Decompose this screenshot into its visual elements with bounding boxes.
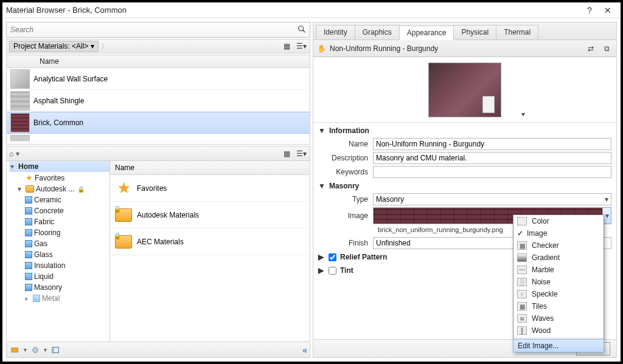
tree-cat[interactable]: ▸Metal (24, 293, 110, 304)
lock-icon: 🔒 (113, 205, 122, 213)
lock-icon: 🔒 (77, 186, 85, 193)
tree-favorites[interactable]: ★Favorites (16, 172, 110, 184)
menu-item-marble[interactable]: 〰Marble (513, 264, 604, 276)
tree-autodesk[interactable]: ▾Autodesk ...🔒 (16, 184, 110, 194)
tab-physical[interactable]: Physical (453, 25, 496, 39)
asset-preview: ▾ (313, 57, 616, 123)
library-toolbar: ⌂ ▾ ▦ ☰▾ (7, 146, 310, 161)
relief-checkbox[interactable] (329, 253, 336, 261)
folder-icon: 🔒 (115, 235, 132, 249)
section-information: ▼Information NameNon-Uniform Running - B… (318, 125, 611, 178)
project-materials-list: Name Analytical Wall Surface Asphalt Shi… (6, 55, 310, 145)
tree-cat[interactable]: Concrete (24, 205, 110, 216)
menu-item-tiles[interactable]: ▦Tiles (513, 300, 604, 312)
view-list-icon[interactable]: ☰▾ (295, 41, 307, 52)
material-name: Brick, Common (33, 118, 83, 127)
replace-asset-icon[interactable]: ⇄ (585, 43, 597, 54)
library-item-favorites[interactable]: ★ Favorites (110, 175, 310, 202)
speckle-icon: ⁘ (517, 290, 527, 298)
keywords-field[interactable] (373, 166, 611, 178)
menu-item-speckle[interactable]: ⁘Speckle (513, 288, 604, 300)
tree-cat[interactable]: Fabric (24, 216, 110, 227)
duplicate-asset-icon[interactable]: ⧉ (600, 43, 613, 54)
menu-item-checker[interactable]: ▩Checker (513, 239, 604, 252)
home-icon[interactable]: ⌂ (9, 149, 13, 158)
view-list-icon[interactable]: ☰▾ (295, 148, 307, 159)
menu-item-image[interactable]: Image (513, 227, 604, 239)
new-material-icon[interactable] (29, 345, 41, 355)
chevron-down-icon[interactable]: ▾ (44, 346, 47, 353)
gradient-icon (517, 253, 527, 262)
description-field[interactable]: Masonry and CMU material. (373, 152, 611, 164)
scope-dropdown[interactable]: Project Materials: <All> ▾ (9, 41, 99, 52)
menu-item-color[interactable]: Color (513, 215, 604, 227)
show-panel-icon[interactable] (49, 345, 61, 355)
help-button[interactable]: ? (580, 5, 599, 15)
tab-thermal[interactable]: Thermal (496, 25, 538, 39)
folder-icon: 🔒 (115, 208, 132, 222)
expand-icon: ▶ (318, 253, 324, 261)
search-input[interactable] (10, 26, 295, 34)
tree-cat[interactable]: Ceramic (24, 194, 110, 205)
library-header: Name (110, 161, 310, 175)
category-icon (25, 273, 32, 280)
collapse-icon[interactable]: « (302, 345, 307, 355)
preview-menu-icon[interactable]: ▾ (521, 110, 525, 118)
library-list: Name ★ Favorites 🔒 Autodesk Materials 🔒 … (110, 161, 310, 342)
library-bottom-toolbar: ▾ ▾ « (7, 342, 310, 357)
name-label: Name (318, 140, 373, 148)
tint-checkbox[interactable] (329, 267, 336, 275)
library-item-aec[interactable]: 🔒 AEC Materials (110, 228, 310, 255)
menu-item-edit-image[interactable]: Edit Image... (513, 339, 604, 352)
keywords-label: Keywords (318, 168, 373, 176)
name-field[interactable]: Non-Uniform Running - Burgundy (373, 138, 611, 150)
material-row-selected[interactable]: Brick, Common (7, 112, 310, 134)
checker-icon: ▩ (517, 241, 527, 250)
wood-icon: ║ (517, 326, 527, 335)
menu-item-wood[interactable]: ║Wood (513, 325, 604, 337)
material-row[interactable] (7, 134, 310, 142)
section-header[interactable]: ▼Information (318, 125, 611, 136)
tree-home[interactable]: ▾Home (9, 161, 110, 172)
type-dropdown[interactable]: Masonry▾ (373, 193, 611, 205)
section-header[interactable]: ▼Masonry (318, 180, 611, 191)
star-icon: ★ (115, 180, 132, 197)
library-item-autodesk[interactable]: 🔒 Autodesk Materials (110, 202, 310, 228)
material-swatch (10, 113, 30, 132)
tab-appearance[interactable]: Appearance (399, 26, 454, 40)
tree-cat[interactable]: Masonry (24, 282, 110, 293)
chevron-down-icon[interactable]: ▾ (24, 346, 27, 353)
view-grid-icon[interactable]: ▦ (280, 41, 293, 52)
chevron-down-icon[interactable]: ▾ (16, 149, 19, 158)
tree-cat[interactable]: Liquid (24, 271, 110, 282)
type-label: Type (318, 195, 373, 204)
menu-separator (513, 338, 604, 338)
material-row[interactable]: Analytical Wall Surface (7, 68, 310, 90)
menu-item-noise[interactable]: ░Noise (513, 276, 604, 288)
tab-identity[interactable]: Identity (316, 25, 355, 39)
hand-icon: ✋ (317, 44, 326, 53)
chevron-down-icon: ▾ (91, 42, 94, 50)
waves-icon: ≋ (517, 314, 527, 323)
close-button[interactable]: ✕ (599, 5, 617, 15)
scope-label: Project Materials: <All> (13, 42, 88, 50)
material-row[interactable]: Asphalt Shingle (7, 90, 310, 112)
menu-item-waves[interactable]: ≋Waves (513, 312, 604, 325)
tree-cat[interactable]: Glass (24, 249, 110, 260)
open-library-icon[interactable] (9, 345, 21, 355)
titlebar: Material Browser - Brick, Common ? ✕ (2, 2, 621, 18)
view-grid-icon[interactable]: ▦ (280, 148, 293, 159)
finish-label: Finish (318, 239, 373, 247)
tab-graphics[interactable]: Graphics (355, 25, 400, 39)
material-swatch (10, 91, 30, 111)
image-source-dropdown[interactable]: ▾ (603, 207, 611, 224)
menu-item-gradient[interactable]: Gradient (513, 252, 604, 264)
image-label: Image (318, 211, 373, 220)
svg-point-0 (299, 26, 304, 30)
tree-cat[interactable]: Gas (24, 238, 110, 249)
library-tree[interactable]: ▾Home ★Favorites ▾Autodesk ...🔒 Ceramic … (7, 161, 110, 342)
tree-cat[interactable]: Flooring (24, 227, 110, 238)
tree-cat[interactable]: Insulation (24, 260, 110, 271)
scope-toolbar: Project Materials: <All> ▾ 〉 ▦ ☰▾ (6, 39, 310, 53)
search-box[interactable] (6, 22, 310, 38)
